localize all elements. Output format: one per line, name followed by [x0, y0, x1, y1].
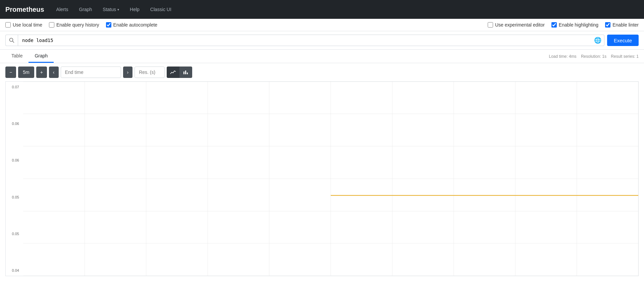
navbar: Prometheus Alerts Graph Status ▾ Help Cl…	[0, 0, 644, 19]
chart-svg	[23, 82, 638, 276]
tabs: Table Graph	[5, 50, 54, 63]
chart-canvas	[23, 82, 638, 276]
settings-toolbar: Use local time Enable query history Enab…	[0, 19, 644, 31]
next-time-button[interactable]: ›	[123, 67, 133, 78]
toolbar-left: Use local time Enable query history Enab…	[5, 22, 481, 28]
nav-graph[interactable]: Graph	[75, 4, 96, 15]
load-time: Load time: 4ms	[549, 54, 577, 59]
brand-logo: Prometheus	[5, 6, 44, 13]
chart-type-selector	[167, 67, 192, 78]
graph-controls: − 5m + ‹ ›	[0, 63, 644, 81]
graph-area: 0.07 0.06 0.06 0.05 0.05 0.04	[5, 81, 639, 276]
prev-time-button[interactable]: ‹	[49, 67, 59, 78]
enable-query-history-label[interactable]: Enable query history	[49, 22, 99, 28]
execute-button[interactable]: Execute	[607, 35, 639, 46]
enable-linter-checkbox[interactable]	[605, 22, 610, 28]
y-label-5: 0.04	[6, 268, 21, 272]
use-experimental-editor-checkbox[interactable]	[488, 22, 493, 28]
use-experimental-editor-label[interactable]: Use experimental editor	[488, 22, 545, 28]
y-label-4: 0.05	[6, 232, 21, 236]
y-axis: 0.07 0.06 0.06 0.05 0.05 0.04	[6, 82, 23, 276]
enable-query-history-checkbox[interactable]	[49, 22, 54, 28]
y-label-0: 0.07	[6, 85, 21, 89]
enable-highlighting-label[interactable]: Enable highlighting	[551, 22, 598, 28]
end-time-input[interactable]	[61, 67, 121, 78]
tabs-row: Table Graph Load time: 4ms Resolution: 1…	[0, 50, 644, 63]
svg-rect-4	[187, 73, 188, 74]
resolution: Resolution: 1s	[581, 54, 606, 59]
query-input[interactable]	[18, 35, 591, 46]
enable-highlighting-checkbox[interactable]	[551, 22, 557, 28]
y-label-3: 0.05	[6, 195, 21, 199]
tab-graph[interactable]: Graph	[29, 50, 54, 63]
query-bar: 🌐 Execute	[0, 31, 644, 50]
query-meta: Load time: 4ms Resolution: 1s Result ser…	[549, 54, 639, 59]
metrics-explorer-icon[interactable]: 🌐	[594, 37, 601, 44]
bar-chart-button[interactable]	[179, 67, 192, 78]
enable-linter-label[interactable]: Enable linter	[605, 22, 639, 28]
search-icon	[5, 35, 18, 46]
enable-autocomplete-checkbox[interactable]	[106, 22, 111, 28]
y-label-2: 0.06	[6, 158, 21, 162]
resolution-input[interactable]	[135, 67, 165, 78]
query-actions: 🌐	[591, 35, 604, 46]
use-local-time-label[interactable]: Use local time	[5, 22, 42, 28]
zoom-out-button[interactable]: −	[5, 67, 16, 78]
svg-rect-2	[183, 72, 184, 74]
svg-line-1	[13, 41, 14, 43]
toolbar-right: Use experimental editor Enable highlight…	[488, 22, 639, 28]
nav-status-dropdown[interactable]: Status ▾	[99, 4, 123, 15]
svg-rect-3	[185, 71, 186, 74]
nav-alerts[interactable]: Alerts	[52, 4, 72, 15]
chevron-down-icon: ▾	[117, 8, 119, 11]
result-series: Result series: 1	[611, 54, 639, 59]
enable-autocomplete-label[interactable]: Enable autocomplete	[106, 22, 158, 28]
zoom-in-button[interactable]: +	[36, 67, 47, 78]
line-chart-button[interactable]	[167, 67, 179, 78]
use-local-time-checkbox[interactable]	[5, 22, 11, 28]
y-label-1: 0.06	[6, 122, 21, 126]
nav-classic-ui[interactable]: Classic UI	[146, 4, 175, 15]
duration-display: 5m	[18, 67, 34, 78]
tab-table[interactable]: Table	[5, 50, 29, 63]
nav-help[interactable]: Help	[126, 4, 144, 15]
